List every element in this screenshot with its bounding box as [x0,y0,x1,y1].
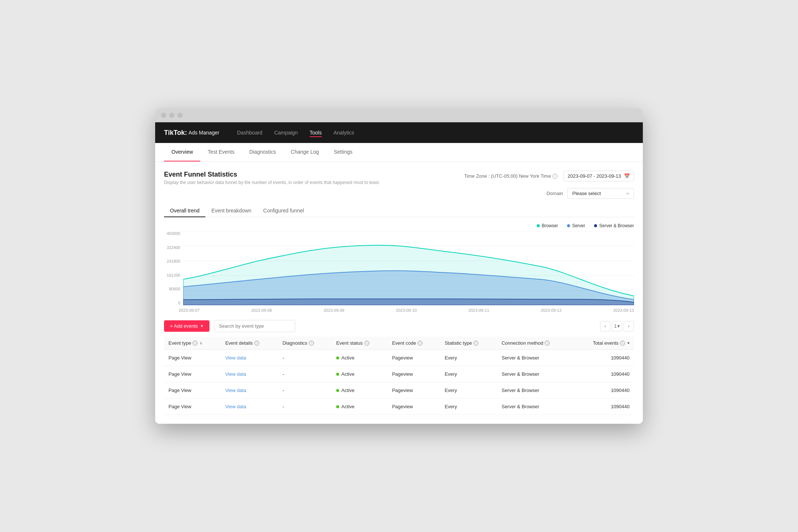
server-browser-color-dot [594,224,597,227]
server-color-dot [567,224,570,227]
cell-event-details-3: View data [221,382,278,399]
connection-method-info-icon[interactable]: ⓘ [545,341,550,346]
cell-connection-method-4: Server & Browser [497,399,573,415]
cell-diagnostics-4: - [278,399,332,415]
nav-dashboard[interactable]: Dashboard [237,128,263,137]
domain-row: Domain Please select [164,188,634,199]
status-dot-2 [336,373,339,376]
cell-event-code-3: Pageview [388,382,440,399]
cell-event-type-1: Page View [164,350,221,366]
status-dot-1 [336,357,339,359]
cell-event-type-3: Page View [164,382,221,399]
cell-statistic-type-3: Every [440,382,497,399]
tab-overview[interactable]: Overview [164,143,200,161]
view-data-link-1[interactable]: View data [225,355,246,361]
y-label-3: 161200 [164,273,180,277]
status-dot-4 [336,405,339,408]
x-label-2: 2023-09-08 [251,308,272,313]
cell-event-status-3: Active [332,382,388,399]
view-data-link-3[interactable]: View data [225,388,246,393]
tab-change-log[interactable]: Change Log [283,143,326,161]
cell-diagnostics-2: - [278,366,332,382]
col-event-code: Event code ⓘ [388,337,440,350]
x-label-6: 2023-09-12 [541,308,562,313]
legend-browser: Browser [537,223,558,228]
event-status-info-icon[interactable]: ⓘ [364,341,369,346]
pagination: ‹ 1 ▾ › [600,321,634,331]
x-label-1: 2023-09-07 [179,308,200,313]
cell-event-status-2: Active [332,366,388,382]
cell-total-events-2: 1090440 [573,366,634,382]
tab-diagnostics[interactable]: Diagnostics [242,143,283,161]
cell-statistic-type-4: Every [440,399,497,415]
col-total-events: Total events ⓘ [573,337,634,350]
stats-header: Event Funnel Statistics Display the user… [164,171,634,185]
statistic-type-info-icon[interactable]: ⓘ [473,341,478,346]
domain-label: Domain [546,191,563,196]
search-input[interactable] [214,320,295,332]
nav-campaign[interactable]: Campaign [274,128,298,137]
next-page-button[interactable]: › [624,321,634,331]
cell-statistic-type-2: Every [440,366,497,382]
cell-diagnostics-3: - [278,382,332,399]
col-event-type: Event type ⓘ [164,337,221,350]
cell-total-events-3: 1090440 [573,382,634,399]
cell-event-status-4: Active [332,399,388,415]
current-page[interactable]: 1 ▾ [612,321,622,331]
timezone-info-icon[interactable]: i [552,174,557,179]
view-data-link-4[interactable]: View data [225,404,246,409]
nav-items: Dashboard Campaign Tools Analytics [237,128,354,137]
cell-connection-method-1: Server & Browser [497,350,573,366]
domain-select[interactable]: Please select [567,188,634,199]
y-label-1: 0 [164,301,180,305]
stats-description: Display the user behavior data funnel by… [164,180,380,185]
table-body: Page View View data - Active Pageview Ev… [164,350,634,415]
view-data-link-2[interactable]: View data [225,371,246,377]
nav-tools[interactable]: Tools [310,128,322,137]
minimize-btn[interactable] [169,113,174,118]
total-events-sort-icon[interactable] [627,342,630,344]
col-statistic-type: Statistic type ⓘ [440,337,497,350]
table-row: Page View View data - Active Pageview Ev… [164,350,634,366]
event-type-sort-icon[interactable] [200,341,202,345]
table-row: Page View View data - Active Pageview Ev… [164,382,634,399]
table-controls: + Add events ▼ ‹ 1 ▾ › [164,320,634,332]
cell-diagnostics-1: - [278,350,332,366]
cell-total-events-4: 1090440 [573,399,634,415]
maximize-btn[interactable] [177,113,183,118]
timezone-label: Time Zone : (UTC-05:00) New York Time i [464,173,557,179]
table-left-controls: + Add events ▼ [164,320,295,332]
table-row: Page View View data - Active Pageview Ev… [164,366,634,382]
event-type-info-icon[interactable]: ⓘ [192,341,198,346]
chart-tabs: Overall trend Event breakdown Configured… [164,205,634,217]
table-header: Event type ⓘ Event details ⓘ [164,337,634,350]
tab-test-events[interactable]: Test Events [200,143,242,161]
diagnostics-info-icon[interactable]: ⓘ [309,341,314,346]
tab-settings[interactable]: Settings [326,143,360,161]
date-range-picker[interactable]: 2023-09-07 - 2023-09-13 📅 [563,171,634,181]
col-diagnostics: Diagnostics ⓘ [278,337,332,350]
dropdown-arrow-icon: ▼ [200,324,204,328]
y-axis: 403000 322400 241800 161200 80600 0 [164,231,183,307]
close-btn[interactable] [161,113,166,118]
x-label-5: 2023-09-11 [468,308,489,313]
y-label-6: 403000 [164,231,180,236]
tab-overall-trend[interactable]: Overall trend [164,205,205,217]
stats-title: Event Funnel Statistics [164,171,380,178]
total-events-info-icon[interactable]: ⓘ [620,341,625,346]
cell-event-details-2: View data [221,366,278,382]
app-window: TikTok: Ads Manager Dashboard Campaign T… [155,108,643,424]
event-details-info-icon[interactable]: ⓘ [254,341,259,346]
add-events-button[interactable]: + Add events ▼ [164,320,209,332]
cell-event-code-4: Pageview [388,399,440,415]
legend-browser-label: Browser [542,223,558,228]
cell-connection-method-3: Server & Browser [497,382,573,399]
main-content: Event Funnel Statistics Display the user… [155,162,643,424]
tab-event-breakdown[interactable]: Event breakdown [205,205,257,217]
legend-server: Server [567,223,585,228]
prev-page-button[interactable]: ‹ [600,321,610,331]
nav-analytics[interactable]: Analytics [334,128,354,137]
tab-configured-funnel[interactable]: Configured funnel [257,205,310,217]
col-event-details: Event details ⓘ [221,337,278,350]
event-code-info-icon[interactable]: ⓘ [417,341,423,346]
